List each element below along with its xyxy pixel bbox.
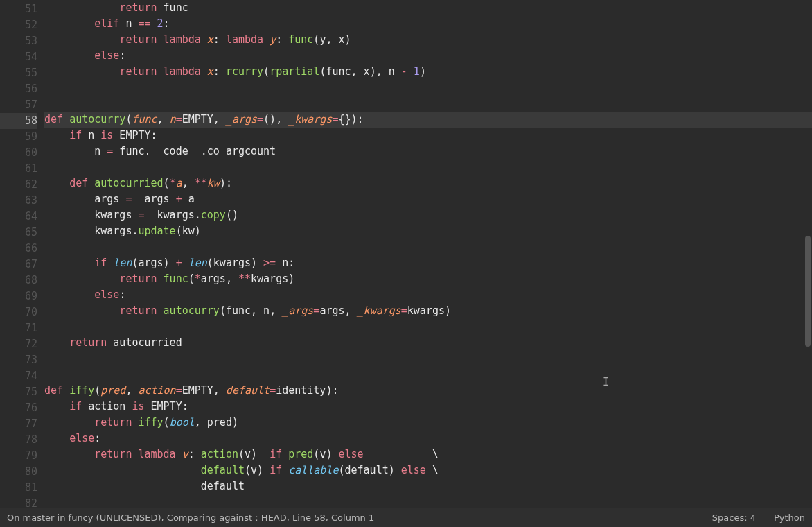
code-line[interactable] <box>44 351 812 367</box>
line-number[interactable]: 74 <box>0 368 37 384</box>
code-line[interactable] <box>44 159 812 175</box>
line-number[interactable]: 51 <box>0 1 37 17</box>
code-area[interactable]: return func elif n == 2: return lambda x… <box>44 0 812 508</box>
code-line[interactable]: def autocurried(*a, **kw): <box>44 175 812 191</box>
code-editor[interactable]: 5152535455565758596061626364656667686970… <box>0 0 812 508</box>
line-number[interactable]: 53 <box>0 33 37 49</box>
line-number[interactable]: 58 <box>0 113 37 129</box>
code-line[interactable]: def iffy(pred, action=EMPTY, default=ide… <box>44 383 812 399</box>
code-line[interactable]: args = _args + a <box>44 191 812 207</box>
code-line[interactable]: elif n == 2: <box>44 16 812 32</box>
status-left[interactable]: On master in funcy (UNLICENSED), Compari… <box>7 512 694 523</box>
line-number[interactable]: 52 <box>0 17 37 33</box>
line-number[interactable]: 75 <box>0 384 37 400</box>
code-line[interactable]: if len(args) + len(kwargs) >= n: <box>44 255 812 271</box>
line-number[interactable]: 76 <box>0 400 37 416</box>
line-number[interactable]: 65 <box>0 225 37 241</box>
code-line[interactable]: return lambda x: lambda y: func(y, x) <box>44 32 812 48</box>
vertical-scrollbar[interactable] <box>804 0 812 508</box>
code-line[interactable]: return lambda x: rcurry(rpartial(func, x… <box>44 64 812 80</box>
line-number[interactable]: 81 <box>0 480 37 496</box>
code-line[interactable]: if n is EMPTY: <box>44 128 812 144</box>
line-number[interactable]: 54 <box>0 49 37 65</box>
line-number[interactable]: 73 <box>0 352 37 368</box>
code-line[interactable]: return autocurried <box>44 335 812 351</box>
code-line[interactable]: else: <box>44 431 812 447</box>
code-line[interactable]: n = func.__code__.co_argcount <box>44 144 812 159</box>
code-line[interactable]: return func <box>44 0 812 16</box>
line-number[interactable]: 55 <box>0 65 37 81</box>
line-number[interactable]: 80 <box>0 464 37 480</box>
line-number-gutter[interactable]: 5152535455565758596061626364656667686970… <box>0 0 44 508</box>
line-number[interactable]: 71 <box>0 320 37 336</box>
line-number[interactable]: 72 <box>0 336 37 352</box>
line-number[interactable]: 57 <box>0 97 37 113</box>
code-line[interactable] <box>44 319 812 335</box>
code-line[interactable]: kwargs = _kwargs.copy() <box>44 207 812 223</box>
status-bar: On master in funcy (UNLICENSED), Compari… <box>0 508 812 527</box>
line-number[interactable]: 77 <box>0 416 37 432</box>
code-line[interactable]: default(v) if callable(default) else \ <box>44 463 812 478</box>
code-line[interactable]: return lambda v: action(v) if pred(v) el… <box>44 447 812 463</box>
code-line[interactable] <box>44 494 812 508</box>
code-line[interactable]: if action is EMPTY: <box>44 399 812 415</box>
code-line[interactable] <box>44 80 812 96</box>
code-line[interactable] <box>44 367 812 383</box>
line-number[interactable]: 67 <box>0 257 37 273</box>
line-number[interactable]: 79 <box>0 448 37 464</box>
scrollbar-thumb[interactable] <box>805 236 811 347</box>
status-language[interactable]: Python <box>774 512 805 523</box>
code-line[interactable]: return autocurry(func, n, _args=args, _k… <box>44 303 812 319</box>
code-line[interactable]: def autocurry(func, n=EMPTY, _args=(), _… <box>44 112 812 128</box>
line-number[interactable]: 68 <box>0 273 37 288</box>
line-number[interactable]: 61 <box>0 161 37 177</box>
line-number[interactable]: 78 <box>0 432 37 448</box>
line-number[interactable]: 64 <box>0 209 37 225</box>
line-number[interactable]: 63 <box>0 193 37 209</box>
code-line[interactable]: else: <box>44 287 812 303</box>
code-line[interactable]: return func(*args, **kwargs) <box>44 271 812 287</box>
line-number[interactable]: 59 <box>0 129 37 145</box>
line-number[interactable]: 69 <box>0 288 37 304</box>
code-line[interactable]: return iffy(bool, pred) <box>44 415 812 431</box>
status-indent[interactable]: Spaces: 4 <box>712 512 756 523</box>
line-number[interactable]: 60 <box>0 145 37 161</box>
code-line[interactable]: kwargs.update(kw) <box>44 223 812 239</box>
line-number[interactable]: 70 <box>0 304 37 320</box>
line-number[interactable]: 66 <box>0 241 37 257</box>
code-line[interactable]: default <box>44 478 812 494</box>
code-line[interactable] <box>44 239 812 255</box>
line-number[interactable]: 56 <box>0 81 37 97</box>
code-line[interactable] <box>44 96 812 112</box>
line-number[interactable]: 82 <box>0 496 37 508</box>
line-number[interactable]: 62 <box>0 177 37 193</box>
code-line[interactable]: else: <box>44 48 812 64</box>
